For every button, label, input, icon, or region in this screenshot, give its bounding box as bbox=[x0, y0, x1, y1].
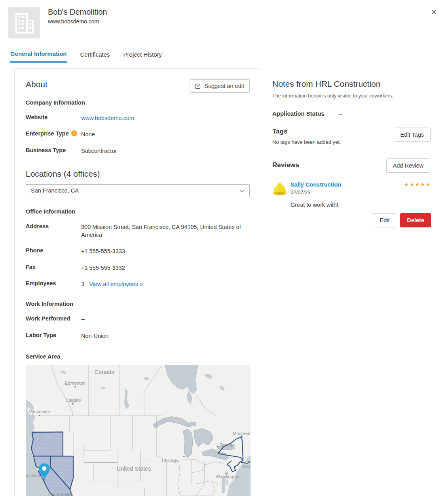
labor-type-row: Labor Type Non-Union bbox=[26, 332, 250, 340]
employees-label: Employees bbox=[26, 280, 81, 288]
chevron-down-icon bbox=[240, 189, 245, 193]
edit-tags-button[interactable]: Edit Tags bbox=[394, 128, 431, 142]
enterprise-type-row: Enterprise Type i None bbox=[26, 130, 250, 138]
employees-count: 3 bbox=[81, 281, 84, 287]
map-label-washington: Washington bbox=[216, 474, 239, 479]
notes-panel: Notes from HRL Construction The informat… bbox=[272, 79, 431, 227]
website-label: Website bbox=[26, 114, 81, 122]
review-author-link[interactable]: Sally Construction bbox=[290, 181, 341, 188]
map-label-san-francisco: Francisco bbox=[26, 473, 40, 477]
map-label-toronto: Toronto bbox=[220, 442, 235, 447]
delete-review-button[interactable]: Delete bbox=[400, 213, 431, 227]
map-label-vancouver: Vancouver bbox=[29, 409, 50, 414]
work-performed-row: Work Performed -- bbox=[26, 315, 250, 323]
notes-subtitle: The information below is only visible to… bbox=[272, 93, 431, 99]
enterprise-type-label: Enterprise Type bbox=[26, 130, 69, 137]
tags-section: Tags No tags have been added yet. Edit T… bbox=[272, 128, 431, 145]
application-status-label: Application Status bbox=[272, 110, 339, 117]
fax-row: Fax +1 555-555-3332 bbox=[26, 264, 250, 272]
notes-heading: Notes from HRL Construction bbox=[272, 79, 431, 89]
tab-bar: General Information Certificates Project… bbox=[10, 50, 162, 63]
page-title: Bob's Demolition bbox=[48, 8, 107, 17]
employees-row: Employees 3 View all employees » bbox=[26, 280, 250, 288]
tab-certificates[interactable]: Certificates bbox=[80, 50, 110, 63]
map-label-calgary: Calgary bbox=[65, 397, 81, 402]
company-information-heading: Company Information bbox=[26, 99, 250, 106]
labor-type-value: Non-Union bbox=[81, 332, 247, 340]
about-card: About Suggest an edit Company Informatio… bbox=[14, 68, 261, 496]
business-type-label: Business Type bbox=[26, 147, 81, 155]
locations-heading: Locations (4 offices) bbox=[26, 169, 250, 179]
add-review-button[interactable]: Add Review bbox=[386, 158, 430, 173]
suggest-edit-button[interactable]: Suggest an edit bbox=[190, 79, 250, 93]
hard-hat-icon bbox=[272, 182, 287, 197]
map-label-montreal: Montreal bbox=[233, 431, 251, 435]
office-select-value: San Francisco, CA bbox=[31, 187, 79, 194]
map-label-united-states: United States bbox=[116, 465, 151, 471]
business-type-value: Subcontractor bbox=[81, 147, 247, 155]
map-label-los-angeles: Los Angeles bbox=[48, 492, 73, 496]
map-label-new-york: New York bbox=[241, 464, 251, 469]
map-label-edmonton: Edmonton bbox=[65, 380, 85, 385]
fax-value: +1 555-555-3332 bbox=[81, 264, 247, 272]
map-label-chicago: Chicago bbox=[162, 458, 178, 462]
service-area-heading: Service Area bbox=[26, 353, 250, 360]
info-icon[interactable]: i bbox=[71, 130, 77, 136]
address-label: Address bbox=[26, 223, 81, 239]
company-url: www.bobsdemo.com bbox=[48, 18, 99, 25]
review-actions: Edit Delete bbox=[290, 213, 431, 227]
suggest-edit-label: Suggest an edit bbox=[204, 83, 244, 89]
application-status-row: Application Status – bbox=[272, 110, 431, 117]
view-all-employees-link[interactable]: View all employees » bbox=[89, 281, 143, 287]
star-rating: ★★★★★ bbox=[404, 181, 431, 187]
work-information-heading: Work Information bbox=[26, 301, 250, 307]
tab-divider bbox=[8, 60, 431, 60]
close-icon[interactable]: × bbox=[431, 8, 437, 17]
review-date: 02/07/23 bbox=[290, 189, 431, 195]
review-item: Sally Construction 02/07/23 ★★★★★ Great … bbox=[272, 181, 431, 227]
address-value: 900 Mission Street, San Francisco, CA 94… bbox=[81, 223, 247, 239]
office-select[interactable]: San Francisco, CA bbox=[26, 184, 250, 197]
address-row: Address 900 Mission Street, San Francisc… bbox=[26, 223, 250, 239]
work-performed-value: -- bbox=[81, 315, 247, 323]
labor-type-label: Labor Type bbox=[26, 332, 81, 340]
review-text: Great to work with! bbox=[290, 202, 431, 208]
application-status-value: – bbox=[339, 110, 342, 117]
office-information-heading: Office Information bbox=[26, 208, 250, 215]
work-performed-label: Work Performed bbox=[26, 315, 81, 323]
website-row: Website www.bobsdemo.com bbox=[26, 114, 250, 122]
phone-label: Phone bbox=[26, 247, 81, 255]
phone-value: +1 555-555-3333 bbox=[81, 247, 247, 255]
phone-row: Phone +1 555-555-3333 bbox=[26, 247, 250, 255]
tab-general-information[interactable]: General Information bbox=[10, 50, 67, 63]
map-label-canada: Canada bbox=[95, 368, 115, 375]
tab-project-history[interactable]: Project History bbox=[123, 50, 162, 63]
company-logo bbox=[8, 7, 40, 38]
building-icon bbox=[13, 11, 35, 34]
pencil-edit-icon bbox=[195, 83, 201, 89]
website-link[interactable]: www.bobsdemo.com bbox=[81, 115, 134, 121]
enterprise-type-value: None bbox=[81, 130, 247, 138]
edit-review-button[interactable]: Edit bbox=[373, 213, 396, 227]
fax-label: Fax bbox=[26, 264, 81, 272]
business-type-row: Business Type Subcontractor bbox=[26, 147, 250, 155]
avatar bbox=[272, 182, 287, 197]
service-area-map[interactable]: Canada United States Edmonton Calgary Va… bbox=[26, 365, 251, 496]
reviews-section: Reviews Add Review Sally Construction 02… bbox=[272, 161, 431, 227]
